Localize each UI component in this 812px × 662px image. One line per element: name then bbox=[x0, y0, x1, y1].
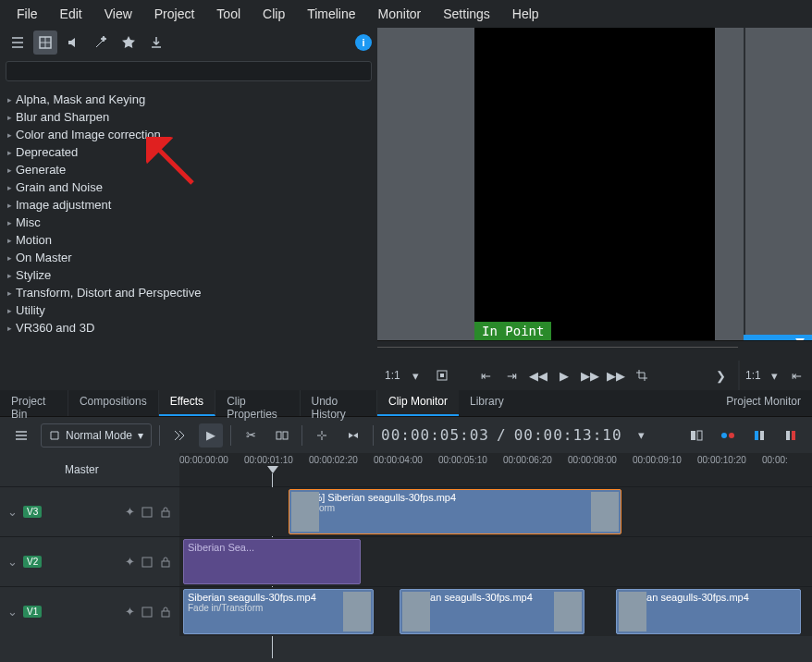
next-icon[interactable]: ❯ bbox=[710, 365, 731, 386]
clip[interactable]: Siberian seagulls-30fps.mp4 bbox=[616, 589, 801, 634]
effects-search-input[interactable] bbox=[6, 61, 372, 81]
split-view-icon[interactable] bbox=[684, 423, 708, 447]
effect-category[interactable]: ▸Color and Image correction bbox=[7, 126, 370, 143]
insert-icon[interactable] bbox=[310, 423, 334, 447]
tab-project-monitor[interactable]: Project Monitor bbox=[715, 390, 812, 416]
track-header[interactable]: ⌄V1✦ bbox=[0, 587, 179, 636]
ripple-icon[interactable] bbox=[167, 423, 191, 447]
chevron-down-icon[interactable]: ▾ bbox=[630, 423, 654, 447]
tab-clip-properties[interactable]: Clip Properties bbox=[215, 390, 300, 416]
effect-category[interactable]: ▸Misc bbox=[7, 214, 370, 231]
ruler-tick: 00:00:10:20 bbox=[697, 455, 746, 465]
tab-library[interactable]: Library bbox=[459, 390, 515, 416]
clip[interactable]: Siberian Sea... bbox=[183, 539, 361, 584]
timeline-ruler[interactable]: 00:00:00:0000:00:01:1000:00:02:2000:00:0… bbox=[179, 453, 812, 486]
tab-compositions[interactable]: Compositions bbox=[68, 390, 159, 416]
effect-label: Deprecated bbox=[16, 145, 78, 159]
wand-icon[interactable] bbox=[89, 31, 113, 55]
effect-category[interactable]: ▸Transform, Distort and Perspective bbox=[7, 284, 370, 301]
tab-project-bin[interactable]: Project Bin bbox=[0, 390, 68, 416]
chevron-down-icon[interactable]: ▾ bbox=[406, 365, 426, 386]
effect-category[interactable]: ▸Motion bbox=[7, 231, 370, 249]
effect-category[interactable]: ▸Generate bbox=[7, 161, 370, 178]
group-icon[interactable] bbox=[270, 423, 294, 447]
mute-icon[interactable] bbox=[141, 556, 154, 569]
download-icon[interactable] bbox=[144, 31, 168, 55]
effects-icon[interactable]: ✦ bbox=[125, 555, 135, 569]
forward-icon[interactable]: ▶▶ bbox=[580, 365, 600, 386]
collapse-icon[interactable]: ⌄ bbox=[7, 605, 18, 619]
rewind-icon[interactable]: ◀◀ bbox=[528, 365, 548, 386]
chevron-right-icon: ▸ bbox=[7, 166, 12, 175]
effect-category[interactable]: ▸Deprecated bbox=[7, 143, 370, 161]
effects-icon[interactable]: ✦ bbox=[125, 605, 135, 619]
clip-monitor-view[interactable]: In Point bbox=[377, 28, 812, 340]
hamburger-icon[interactable] bbox=[9, 423, 33, 447]
effect-category[interactable]: ▸Blur and Sharpen bbox=[7, 108, 370, 126]
lock-icon[interactable] bbox=[159, 606, 172, 619]
skip-end-icon[interactable]: ⇥ bbox=[502, 365, 523, 386]
zoom-ratio-2[interactable]: 1:1 bbox=[745, 369, 761, 382]
mute-icon[interactable] bbox=[141, 606, 154, 619]
volume-icon[interactable] bbox=[61, 31, 85, 55]
chevron-down-icon[interactable]: ▾ bbox=[765, 365, 784, 386]
track-content[interactable]: [126%] Siberian seagulls-30fps.mp4Transf… bbox=[179, 487, 812, 536]
menu-project[interactable]: Project bbox=[143, 3, 206, 25]
lock-icon[interactable] bbox=[159, 556, 172, 569]
cut-icon[interactable]: ✂ bbox=[239, 423, 263, 447]
star-icon[interactable] bbox=[117, 31, 141, 55]
effect-category[interactable]: ▸Utility bbox=[7, 301, 370, 319]
frame-icon[interactable] bbox=[432, 365, 452, 386]
menu-monitor[interactable]: Monitor bbox=[367, 3, 433, 25]
edit-mode-select[interactable]: Normal Mode ▾ bbox=[41, 423, 152, 447]
crop-icon[interactable] bbox=[632, 365, 652, 386]
menu-settings[interactable]: Settings bbox=[432, 3, 501, 25]
play-icon[interactable]: ▶ bbox=[554, 365, 574, 386]
marker-icon[interactable] bbox=[747, 423, 771, 447]
effect-category[interactable]: ▸Image adjustment bbox=[7, 196, 370, 214]
tab-clip-monitor[interactable]: Clip Monitor bbox=[377, 390, 459, 416]
clip[interactable]: [126%] Siberian seagulls-30fps.mp4Transf… bbox=[289, 489, 621, 534]
marker-red-icon[interactable] bbox=[779, 423, 803, 447]
overwrite-icon[interactable] bbox=[341, 423, 365, 447]
effects-tree[interactable]: ▸Alpha, Mask and Keying▸Blur and Sharpen… bbox=[0, 85, 377, 390]
menu-clip[interactable]: Clip bbox=[252, 3, 296, 25]
skip-icon[interactable]: ⇤ bbox=[787, 365, 806, 386]
track-header[interactable]: ⌄V2✦ bbox=[0, 537, 179, 586]
tab-undo-history[interactable]: Undo History bbox=[301, 390, 378, 416]
menu-tool[interactable]: Tool bbox=[205, 3, 252, 25]
mute-icon[interactable] bbox=[141, 506, 154, 519]
clip[interactable]: Siberian seagulls-30fps.mp4Fade in/Trans… bbox=[183, 589, 374, 634]
play-button[interactable]: ▶ bbox=[199, 423, 223, 447]
track-header[interactable]: ⌄V3✦ bbox=[0, 487, 179, 536]
effects-icon[interactable]: ✦ bbox=[125, 505, 135, 519]
effect-category[interactable]: ▸VR360 and 3D bbox=[7, 319, 370, 337]
effect-category[interactable]: ▸Stylize bbox=[7, 266, 370, 284]
timecode-position[interactable]: 00:00:05:03 bbox=[381, 426, 489, 444]
menu-edit[interactable]: Edit bbox=[49, 3, 93, 25]
zoom-ratio[interactable]: 1:1 bbox=[385, 369, 400, 382]
marker-blue-icon[interactable] bbox=[716, 423, 740, 447]
track-content[interactable]: Siberian seagulls-30fps.mp4Fade in/Trans… bbox=[179, 587, 812, 636]
skip-start-icon[interactable]: ⇤ bbox=[476, 365, 497, 386]
track-content[interactable]: Siberian Sea... bbox=[179, 537, 812, 586]
tab-effects[interactable]: Effects bbox=[159, 390, 215, 416]
list-icon[interactable] bbox=[6, 31, 30, 55]
fast-forward-icon[interactable]: ▶▶ bbox=[606, 365, 626, 386]
menu-view[interactable]: View bbox=[93, 3, 143, 25]
menu-timeline[interactable]: Timeline bbox=[296, 3, 366, 25]
lock-icon[interactable] bbox=[159, 506, 172, 519]
collapse-icon[interactable]: ⌄ bbox=[7, 555, 18, 569]
menu-file[interactable]: File bbox=[6, 3, 49, 25]
grid-icon[interactable] bbox=[33, 31, 57, 55]
monitor-ruler[interactable] bbox=[377, 340, 812, 361]
effect-category[interactable]: ▸Alpha, Mask and Keying bbox=[7, 91, 370, 108]
info-icon[interactable]: i bbox=[355, 34, 372, 51]
menu-help[interactable]: Help bbox=[501, 3, 550, 25]
playhead-icon[interactable] bbox=[267, 466, 278, 473]
effect-category[interactable]: ▸On Master bbox=[7, 249, 370, 266]
effect-category[interactable]: ▸Grain and Noise bbox=[7, 178, 370, 196]
collapse-icon[interactable]: ⌄ bbox=[7, 505, 18, 519]
effect-label: Stylize bbox=[16, 268, 51, 282]
clip[interactable]: Siberian seagulls-30fps.mp4 bbox=[400, 589, 584, 634]
